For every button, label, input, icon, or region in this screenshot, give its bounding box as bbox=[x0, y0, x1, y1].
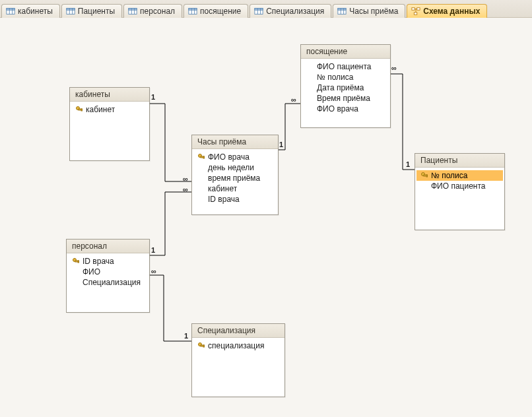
tab-label: кабинеты bbox=[18, 7, 53, 16]
field-row[interactable]: ФИО врача bbox=[193, 152, 277, 162]
table-pacienty[interactable]: Пациенты № полиса ФИО пациента bbox=[415, 153, 505, 230]
table-title: Пациенты bbox=[415, 154, 504, 168]
cardinality-many: ∞ bbox=[182, 185, 189, 193]
cardinality-many: ∞ bbox=[290, 96, 297, 104]
field-row[interactable]: № полиса bbox=[302, 72, 389, 82]
svg-rect-24 bbox=[412, 8, 415, 11]
table-icon bbox=[66, 7, 75, 16]
field-row[interactable]: № полиса bbox=[416, 170, 503, 181]
field-name: ФИО bbox=[83, 267, 100, 276]
table-body: ФИО пациента № полиса Дата приёма Время … bbox=[301, 59, 390, 117]
table-specializaciya[interactable]: Специализация специализация bbox=[191, 323, 285, 397]
svg-rect-38 bbox=[203, 345, 205, 347]
field-name: кабинет bbox=[208, 184, 237, 193]
primary-key-icon bbox=[420, 172, 428, 179]
field-name: день недели bbox=[208, 163, 254, 172]
cardinality-one: 1 bbox=[150, 246, 156, 254]
svg-rect-29 bbox=[81, 109, 83, 111]
table-icon bbox=[337, 7, 347, 16]
table-body: № полиса ФИО пациента bbox=[415, 168, 504, 194]
field-row[interactable]: ID врача bbox=[68, 256, 148, 267]
tab-label: Часы приёма bbox=[349, 7, 398, 16]
table-icon bbox=[254, 7, 263, 16]
cardinality-many: ∞ bbox=[391, 64, 397, 72]
svg-rect-1 bbox=[7, 9, 15, 11]
primary-key-icon bbox=[72, 257, 80, 265]
field-row[interactable]: ФИО пациента bbox=[302, 61, 389, 72]
table-personal[interactable]: персонал ID врача ФИО Специализация bbox=[66, 239, 150, 313]
field-name: кабинет bbox=[86, 105, 115, 114]
cardinality-many: ∞ bbox=[182, 175, 189, 183]
table-body: ID врача ФИО Специализация bbox=[67, 253, 149, 290]
tab-label: посящение bbox=[200, 7, 241, 16]
field-row[interactable]: время приёма bbox=[193, 173, 277, 183]
field-name: Дата приёма bbox=[317, 83, 364, 92]
field-row[interactable]: Специализация bbox=[68, 277, 148, 288]
field-name: специализация bbox=[208, 341, 264, 350]
svg-rect-5 bbox=[67, 9, 75, 11]
table-icon bbox=[6, 7, 15, 16]
primary-key-icon bbox=[75, 106, 83, 113]
svg-rect-26 bbox=[415, 13, 417, 15]
relationships-icon bbox=[411, 7, 420, 16]
table-posyashenie[interactable]: посящение ФИО пациента № полиса Дата при… bbox=[300, 44, 391, 128]
table-icon bbox=[128, 7, 137, 16]
cardinality-one: 1 bbox=[183, 332, 189, 340]
field-row[interactable]: Время приёма bbox=[302, 93, 389, 104]
table-body: специализация bbox=[192, 338, 284, 354]
svg-rect-17 bbox=[255, 9, 263, 11]
svg-rect-25 bbox=[417, 8, 420, 11]
cardinality-one: 1 bbox=[279, 141, 284, 148]
tab-posyashenie[interactable]: посящение bbox=[183, 4, 248, 18]
tab-kabinety[interactable]: кабинеты bbox=[1, 4, 60, 18]
tab-label: Схема данных bbox=[423, 7, 480, 16]
field-row[interactable]: Дата приёма bbox=[302, 82, 389, 93]
tab-schema[interactable]: Схема данных bbox=[407, 4, 487, 18]
svg-rect-35 bbox=[78, 261, 79, 263]
field-name: ФИО врача bbox=[317, 104, 358, 113]
svg-rect-41 bbox=[426, 175, 428, 177]
field-row[interactable]: ФИО bbox=[68, 267, 148, 277]
tab-personal[interactable]: персонал bbox=[123, 4, 182, 18]
field-name: ФИО врача bbox=[208, 152, 249, 162]
field-row[interactable]: специализация bbox=[193, 340, 283, 351]
field-row[interactable]: кабинет bbox=[71, 104, 148, 115]
primary-key-icon bbox=[197, 342, 205, 350]
field-name: Специализация bbox=[83, 278, 141, 287]
field-name: ФИО пациента bbox=[431, 181, 486, 191]
tab-label: персонал bbox=[140, 7, 175, 16]
table-title: посящение bbox=[301, 45, 390, 59]
cardinality-one: 1 bbox=[405, 160, 411, 168]
field-name: № полиса bbox=[431, 171, 468, 180]
table-kabinety[interactable]: кабинеты кабинет bbox=[69, 87, 150, 161]
field-name: ID врача bbox=[208, 195, 240, 204]
tab-label: Специализация bbox=[266, 7, 324, 16]
tab-label: Пациенты bbox=[78, 7, 115, 16]
table-title: Специализация bbox=[192, 324, 284, 338]
field-name: Время приёма bbox=[317, 94, 370, 103]
svg-rect-9 bbox=[129, 9, 137, 11]
table-chasy[interactable]: Часы приёма ФИО врача день недели время … bbox=[191, 135, 279, 215]
svg-rect-32 bbox=[203, 156, 205, 158]
field-row[interactable]: день недели bbox=[193, 162, 277, 173]
table-title: кабинеты bbox=[70, 88, 149, 102]
tab-chasy[interactable]: Часы приёма bbox=[333, 4, 405, 18]
cardinality-many: ∞ bbox=[150, 267, 157, 275]
tab-specializaciya[interactable]: Специализация bbox=[249, 4, 331, 18]
relationships-canvas[interactable]: 1 ∞ 1 ∞ ∞ 1 1 ∞ ∞ 1 кабинеты кабинет Час… bbox=[0, 18, 532, 417]
cardinality-one: 1 bbox=[150, 93, 156, 101]
field-row[interactable]: ФИО пациента bbox=[416, 181, 503, 191]
primary-key-icon bbox=[197, 153, 205, 161]
field-name: № полиса bbox=[317, 73, 354, 82]
table-title: Часы приёма bbox=[192, 135, 278, 149]
field-row[interactable]: ФИО врача bbox=[302, 104, 389, 114]
field-name: ID врача bbox=[83, 257, 114, 266]
tab-bar: кабинеты Пациенты персонал посящение Спе… bbox=[0, 0, 532, 18]
field-name: время приёма bbox=[208, 174, 260, 183]
table-title: персонал bbox=[67, 240, 149, 253]
field-row[interactable]: ID врача bbox=[193, 194, 277, 205]
field-row[interactable]: кабинет bbox=[193, 183, 277, 194]
table-body: ФИО врача день недели время приёма кабин… bbox=[192, 149, 278, 207]
field-name: ФИО пациента bbox=[317, 62, 372, 71]
tab-pacienty[interactable]: Пациенты bbox=[61, 4, 122, 18]
